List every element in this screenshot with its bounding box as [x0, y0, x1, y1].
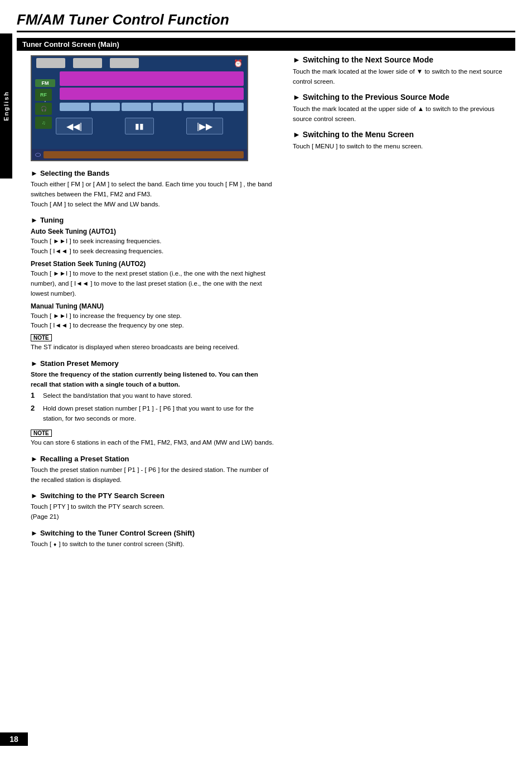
section-selecting-bands: ► Selecting the Bands [31, 169, 276, 177]
preset-btn-3[interactable] [122, 103, 151, 111]
note-box-1: NOTE [31, 332, 276, 343]
arrow-icon-r2: ► [293, 93, 301, 102]
item-number-2: 2 [31, 404, 38, 424]
section-next-source: ► Switching to the Next Source Mode [293, 55, 515, 64]
numbered-item-1: 1 Select the band/station that you want … [31, 391, 276, 401]
fm-button[interactable]: FM [35, 79, 55, 87]
preset-buttons-row [60, 103, 244, 111]
left-column: ⏰ FM ▲ ▼ [31, 55, 276, 551]
page-container: English FM/AM Tuner Control Function Tun… [0, 0, 532, 757]
recalling-title: Recalling a Preset Station [40, 455, 129, 463]
screen-row2: FM ▲ ▼ [32, 70, 247, 113]
numbered-item-2: 2 Hold down preset station number [ P1 ]… [31, 404, 276, 424]
arrow-icon-4: ► [31, 455, 38, 463]
tuner-shift-text: Touch [ ⬧ ] to switch to the tuner contr… [31, 539, 276, 549]
arrow-icon-6: ► [31, 529, 38, 537]
item-text-2: Hold down preset station number [ P1 ] -… [43, 404, 276, 424]
pty-title: Switching to the PTY Search Screen [40, 491, 165, 500]
tuner-screen: ⏰ FM ▲ ▼ [31, 55, 248, 161]
next-track-button[interactable]: |▶▶ [186, 118, 223, 134]
screen-freq-area [60, 71, 244, 111]
section-station-preset: ► Station Preset Memory [31, 359, 276, 368]
section-menu-screen: ► Switching to the Menu Screen [293, 130, 515, 139]
screen-controls: ◀◀| ▮▮ |▶▶ [32, 115, 247, 137]
screen-tab-1[interactable] [36, 58, 65, 68]
arrow-icon-r3: ► [293, 130, 301, 139]
menu-screen-text: Touch [ MENU ] to switch to the menu scr… [293, 141, 515, 151]
screen-tab-3[interactable] [110, 58, 139, 68]
manual-tuning-text: Touch [ ►►I ] to increase the frequency … [31, 311, 276, 331]
selecting-bands-title: Selecting the Bands [40, 169, 109, 177]
item-number-1: 1 [31, 391, 38, 401]
screen-topbar: ⏰ [32, 56, 247, 70]
station-preset-title: Station Preset Memory [40, 359, 119, 368]
preset-btn-6[interactable] [215, 103, 244, 111]
right-column: ► Switching to the Next Source Mode Touc… [293, 55, 515, 551]
main-content: ⏰ FM ▲ ▼ [31, 55, 515, 551]
section-pty: ► Switching to the PTY Search Screen [31, 491, 276, 500]
note-text-1: The ST indicator is displayed when stere… [31, 343, 276, 353]
shift-icon[interactable]: ⬭ [35, 151, 41, 158]
frequency-bar-1 [60, 71, 244, 86]
section-tuner-shift: ► Switching to the Tuner Control Screen … [31, 529, 276, 537]
note-box-2: NOTE [31, 427, 276, 438]
arrow-icon-2: ► [31, 216, 38, 224]
menu-screen-title: Switching to the Menu Screen [303, 130, 414, 139]
screen-tabs [36, 58, 139, 68]
section-tuning: ► Tuning [31, 216, 276, 224]
tuning-title: Tuning [40, 216, 64, 224]
media-icon-1: 🎧 [35, 103, 52, 115]
section-prev-source: ► Switching to the Previous Source Mode [293, 93, 515, 102]
arrow-icon-r1: ► [293, 55, 301, 64]
auto-seek-text: Touch [ ►►I ] to seek increasing frequen… [31, 237, 276, 257]
prev-track-button[interactable]: ◀◀| [56, 118, 93, 134]
rf-icon: RF [35, 89, 52, 101]
preset-btn-1[interactable] [60, 103, 89, 111]
preset-station-text: Touch [ ►►I ] to move to the next preset… [31, 269, 276, 298]
manual-tuning-title: Manual Tuning (MANU) [31, 302, 276, 310]
page-number: 18 [0, 732, 28, 746]
clock-icon: ⏰ [234, 59, 243, 67]
recalling-text: Touch the preset station number [ P1 ] -… [31, 465, 276, 485]
section-header-main: Tuner Control Screen (Main) [17, 38, 515, 51]
screen-left-icons: RF 🎧 ♫ [35, 89, 52, 129]
note-label-1: NOTE [31, 334, 52, 341]
tuner-shift-title: Switching to the Tuner Control Screen (S… [40, 529, 195, 537]
next-source-title: Switching to the Next Source Mode [303, 55, 433, 64]
screen-tab-spacer [67, 58, 71, 68]
stop-button[interactable]: ▮▮ [125, 118, 154, 134]
arrow-icon-3: ► [31, 359, 38, 368]
selecting-bands-text: Touch either [ FM ] or [ AM ] to select … [31, 180, 276, 209]
arrow-icon-1: ► [31, 169, 38, 177]
preset-btn-4[interactable] [153, 103, 182, 111]
frequency-bar-2 [60, 88, 244, 100]
screen-bottom-bar: ⬭ [32, 149, 247, 160]
screen-tab-spacer2 [104, 58, 108, 68]
next-source-text: Touch the mark located at the lower side… [293, 66, 515, 87]
prev-source-text: Touch the mark located at the upper side… [293, 104, 515, 124]
note-text-2: You can store 6 stations in each of the … [31, 438, 276, 448]
section-recalling: ► Recalling a Preset Station [31, 455, 276, 463]
media-icon-2: ♫ [35, 117, 52, 129]
auto-seek-title: Auto Seek Tuning (AUTO1) [31, 228, 276, 235]
preset-station-title: Preset Station Seek Tuning (AUTO2) [31, 260, 276, 268]
bottom-progress-bar [43, 151, 244, 158]
item-text-1: Select the band/station that you want to… [43, 391, 192, 401]
preset-btn-5[interactable] [183, 103, 213, 111]
prev-source-title: Switching to the Previous Source Mode [303, 93, 449, 102]
page-title: FM/AM Tuner Control Function [17, 11, 515, 32]
arrow-icon-5: ► [31, 491, 38, 500]
english-sidebar: English [0, 33, 12, 179]
language-label: English [3, 91, 9, 121]
pty-text: Touch [ PTY ] to switch the PTY search s… [31, 502, 276, 522]
station-preset-intro: Store the frequency of the station curre… [31, 370, 276, 390]
preset-btn-2[interactable] [91, 103, 120, 111]
note-label-2: NOTE [31, 430, 52, 437]
screen-tab-2[interactable] [73, 58, 102, 68]
